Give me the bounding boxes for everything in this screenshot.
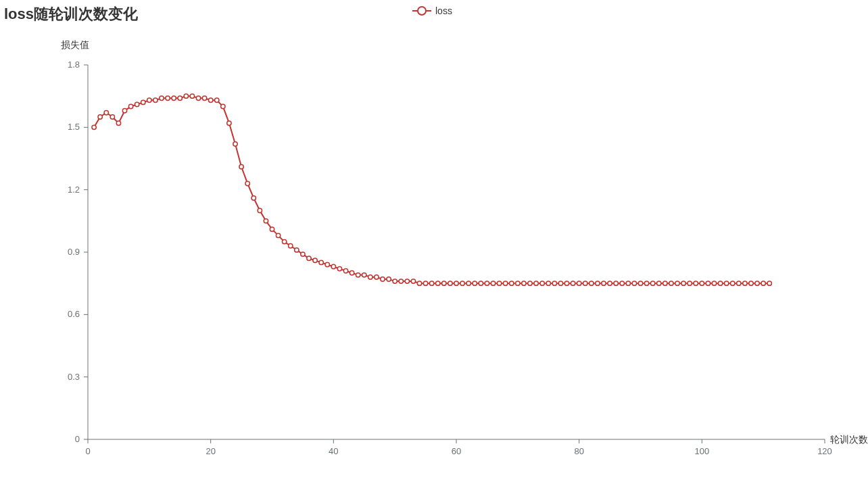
svg-point-95 [491, 281, 495, 285]
svg-point-62 [289, 244, 293, 248]
svg-text:0.9: 0.9 [68, 247, 80, 257]
svg-point-59 [270, 227, 274, 231]
svg-point-111 [589, 281, 594, 285]
svg-point-43 [172, 96, 176, 100]
svg-point-73 [356, 273, 360, 277]
svg-text:1.2: 1.2 [68, 185, 80, 195]
svg-point-82 [411, 279, 415, 283]
svg-point-94 [485, 281, 489, 285]
svg-point-98 [510, 281, 514, 285]
svg-point-50 [215, 98, 219, 102]
svg-point-90 [460, 281, 464, 285]
svg-point-54 [239, 165, 243, 169]
svg-point-96 [497, 281, 501, 285]
svg-point-117 [626, 281, 630, 285]
svg-point-136 [743, 281, 747, 285]
svg-point-69 [331, 264, 335, 268]
svg-text:1.5: 1.5 [68, 122, 80, 132]
svg-point-107 [564, 281, 569, 285]
svg-text:120: 120 [817, 446, 832, 456]
svg-point-79 [393, 279, 397, 283]
svg-point-68 [325, 262, 329, 266]
svg-point-56 [251, 196, 256, 200]
svg-point-127 [688, 281, 692, 285]
svg-point-134 [731, 281, 735, 285]
svg-point-92 [473, 281, 477, 285]
svg-point-31 [98, 115, 102, 119]
svg-point-45 [184, 94, 188, 98]
svg-point-118 [632, 281, 636, 285]
svg-point-108 [571, 281, 575, 285]
svg-text:80: 80 [574, 446, 583, 456]
svg-point-102 [534, 281, 538, 285]
svg-point-128 [694, 281, 698, 285]
svg-point-64 [301, 252, 305, 256]
svg-point-35 [122, 109, 126, 113]
svg-point-63 [295, 248, 299, 252]
svg-point-66 [313, 258, 317, 262]
svg-point-129 [700, 281, 704, 285]
svg-point-44 [178, 96, 182, 100]
svg-point-52 [227, 121, 231, 125]
svg-point-58 [264, 219, 268, 223]
svg-point-49 [208, 98, 212, 102]
svg-text:100: 100 [694, 446, 709, 456]
svg-point-137 [749, 281, 753, 285]
svg-point-37 [135, 102, 139, 106]
svg-point-132 [718, 281, 722, 285]
svg-point-97 [503, 281, 507, 285]
svg-point-99 [516, 281, 520, 285]
svg-point-83 [417, 281, 421, 285]
svg-point-114 [608, 281, 612, 285]
svg-point-42 [166, 96, 170, 100]
svg-point-72 [349, 271, 354, 275]
svg-point-39 [147, 98, 151, 102]
svg-point-87 [442, 281, 446, 285]
svg-point-130 [706, 281, 710, 285]
svg-point-51 [221, 104, 225, 108]
svg-text:60: 60 [452, 446, 461, 456]
svg-text:0: 0 [75, 434, 80, 444]
svg-point-57 [258, 208, 262, 212]
svg-point-138 [755, 281, 759, 285]
svg-point-67 [319, 260, 323, 264]
svg-point-115 [614, 281, 618, 285]
svg-point-78 [387, 277, 391, 281]
svg-point-61 [282, 239, 286, 243]
svg-point-48 [202, 96, 206, 100]
svg-point-124 [669, 281, 673, 285]
svg-point-104 [546, 281, 550, 285]
svg-point-113 [602, 281, 606, 285]
svg-point-123 [663, 281, 667, 285]
svg-text:0.6: 0.6 [68, 309, 80, 319]
svg-point-100 [522, 281, 526, 285]
svg-point-135 [737, 281, 741, 285]
svg-point-126 [681, 281, 685, 285]
svg-point-120 [644, 281, 648, 285]
svg-point-88 [448, 281, 452, 285]
svg-point-112 [596, 281, 600, 285]
svg-point-53 [233, 142, 237, 146]
svg-point-55 [245, 181, 249, 185]
svg-point-139 [761, 281, 765, 285]
svg-point-75 [368, 275, 372, 279]
svg-point-46 [190, 94, 194, 98]
svg-point-125 [675, 281, 679, 285]
svg-text:0.3: 0.3 [68, 372, 80, 382]
svg-point-84 [423, 281, 427, 285]
svg-point-74 [362, 273, 366, 277]
svg-point-91 [466, 281, 471, 285]
svg-text:0: 0 [85, 446, 90, 456]
svg-point-133 [724, 281, 728, 285]
svg-text:1.8: 1.8 [68, 59, 80, 70]
svg-point-116 [620, 281, 624, 285]
svg-point-41 [160, 96, 164, 100]
svg-point-80 [399, 279, 403, 283]
svg-point-89 [454, 281, 458, 285]
svg-point-140 [767, 281, 771, 285]
svg-point-71 [343, 269, 347, 273]
svg-point-103 [540, 281, 544, 285]
svg-point-34 [116, 121, 120, 125]
svg-point-77 [381, 277, 385, 281]
svg-point-119 [638, 281, 642, 285]
